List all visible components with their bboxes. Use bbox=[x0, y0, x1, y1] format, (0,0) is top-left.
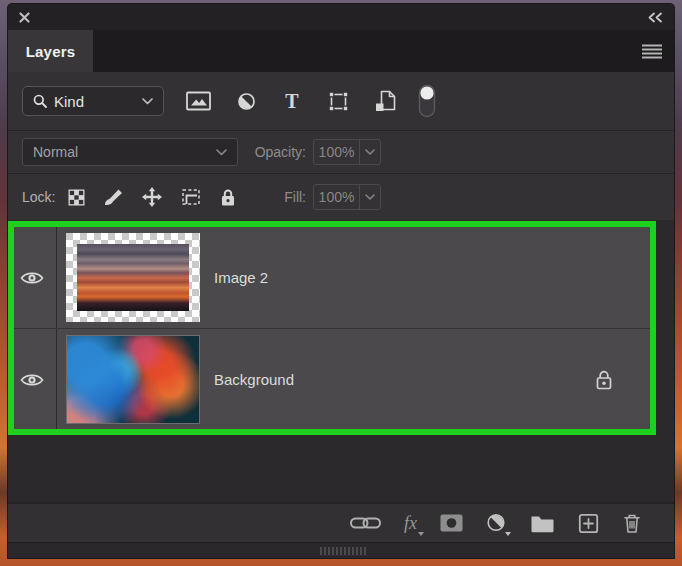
link-icon[interactable] bbox=[350, 516, 381, 530]
collapse-panel-icon[interactable] bbox=[647, 12, 663, 23]
panel-titlebar bbox=[8, 4, 674, 30]
lock-all-icon[interactable] bbox=[219, 188, 237, 207]
filter-kind-dropdown[interactable]: Kind bbox=[22, 86, 164, 116]
tab-layers-label: Layers bbox=[26, 43, 76, 60]
blend-bar: Normal Opacity: 100% bbox=[8, 131, 674, 174]
opacity-input[interactable]: 100% bbox=[313, 139, 381, 165]
layers-list: Image 2 Background bbox=[8, 220, 674, 502]
layers-panel: Layers Kind bbox=[8, 4, 674, 558]
lock-label: Lock: bbox=[22, 189, 55, 205]
visibility-cell[interactable] bbox=[8, 227, 57, 328]
effects-icon[interactable]: fx bbox=[404, 513, 417, 534]
layer-thumbnail-image2[interactable] bbox=[66, 233, 200, 322]
smart-object-filter-icon[interactable] bbox=[375, 90, 396, 113]
layer-thumbnail-background[interactable] bbox=[66, 335, 200, 424]
filter-toggle-switch[interactable] bbox=[417, 83, 437, 119]
opacity-value: 100% bbox=[314, 144, 359, 160]
opacity-dropdown-icon[interactable] bbox=[360, 149, 380, 156]
lock-transparency-icon[interactable] bbox=[67, 188, 86, 207]
lock-artboard-icon[interactable] bbox=[180, 187, 202, 207]
adjustment-filter-icon[interactable] bbox=[236, 91, 257, 112]
layers-toolbar: fx bbox=[8, 502, 674, 542]
chevron-down-icon bbox=[142, 98, 153, 105]
search-icon bbox=[33, 94, 47, 108]
svg-text:T: T bbox=[285, 91, 299, 112]
type-filter-icon[interactable]: T bbox=[282, 91, 302, 112]
shape-filter-icon[interactable] bbox=[327, 90, 350, 113]
lock-bar: Lock: bbox=[8, 174, 674, 220]
fill-dropdown-icon[interactable] bbox=[360, 194, 380, 201]
layer-row-image2[interactable]: Image 2 bbox=[8, 227, 656, 329]
sunset-image bbox=[77, 244, 189, 311]
opacity-label: Opacity: bbox=[240, 144, 306, 160]
panel-tab-row: Layers bbox=[8, 30, 674, 72]
lock-position-icon[interactable] bbox=[141, 186, 163, 208]
blend-mode-dropdown[interactable]: Normal bbox=[22, 138, 238, 166]
filter-type-icons: T bbox=[186, 83, 437, 119]
panel-bottom-strip bbox=[8, 542, 674, 558]
new-layer-icon[interactable] bbox=[578, 513, 599, 534]
eye-icon[interactable] bbox=[20, 372, 44, 388]
panel-menu-icon[interactable] bbox=[642, 44, 662, 59]
mask-icon[interactable] bbox=[440, 514, 463, 532]
layer-row-background[interactable]: Background bbox=[8, 329, 656, 430]
layer-name[interactable]: Image 2 bbox=[214, 269, 268, 286]
tab-row-spacer bbox=[93, 30, 674, 72]
fill-control: Fill: 100% bbox=[240, 184, 381, 210]
layer-name[interactable]: Background bbox=[214, 371, 294, 388]
fill-value: 100% bbox=[314, 189, 359, 205]
chevron-down-icon bbox=[216, 149, 227, 156]
layer-locked-badge[interactable] bbox=[594, 369, 614, 391]
eye-icon[interactable] bbox=[20, 270, 44, 286]
lock-icon bbox=[594, 369, 614, 391]
adjustment-icon[interactable] bbox=[486, 513, 507, 534]
blend-mode-value: Normal bbox=[33, 144, 216, 160]
caret-down-icon bbox=[418, 532, 424, 536]
lock-pixels-icon[interactable] bbox=[103, 187, 124, 207]
group-icon[interactable] bbox=[530, 514, 555, 533]
resize-grip[interactable] bbox=[320, 547, 368, 555]
fill-label: Fill: bbox=[240, 189, 306, 205]
filter-bar: Kind T bbox=[8, 72, 674, 131]
filter-kind-label: Kind bbox=[54, 93, 142, 110]
close-icon[interactable] bbox=[19, 12, 30, 23]
caret-down-icon bbox=[505, 532, 511, 536]
lock-icons bbox=[67, 186, 237, 208]
image-filter-icon[interactable] bbox=[186, 91, 211, 111]
visibility-cell[interactable] bbox=[8, 329, 57, 430]
delete-icon[interactable] bbox=[622, 513, 642, 534]
fill-input[interactable]: 100% bbox=[313, 184, 381, 210]
tab-layers[interactable]: Layers bbox=[8, 30, 93, 72]
opacity-control: Opacity: 100% bbox=[240, 139, 381, 165]
